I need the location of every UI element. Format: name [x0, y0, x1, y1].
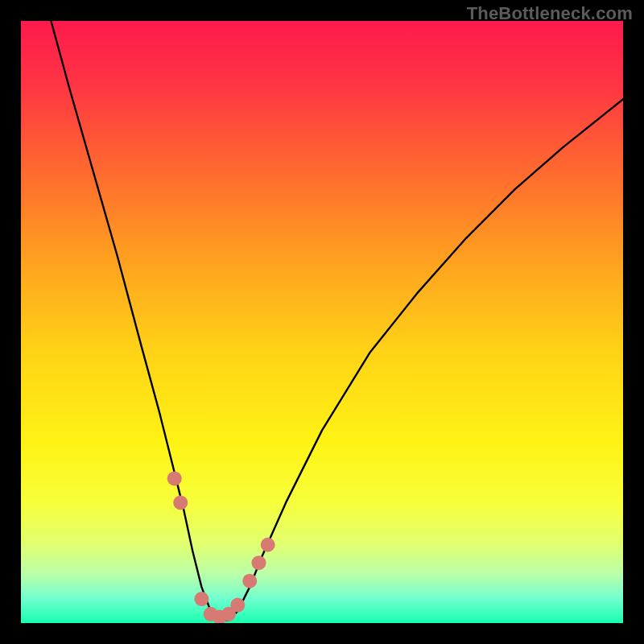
curve-marker: [242, 574, 257, 588]
plot-area: [21, 21, 623, 623]
curve-marker: [230, 598, 245, 613]
bottleneck-curve: [21, 21, 623, 623]
curve-marker: [167, 471, 182, 485]
curve-marker: [261, 538, 275, 552]
curve-marker: [194, 592, 208, 606]
curve-marker: [251, 555, 266, 570]
chart-frame: TheBottleneck.com: [0, 0, 644, 644]
watermark-text: TheBottleneck.com: [467, 3, 633, 24]
curve-marker: [173, 495, 188, 510]
